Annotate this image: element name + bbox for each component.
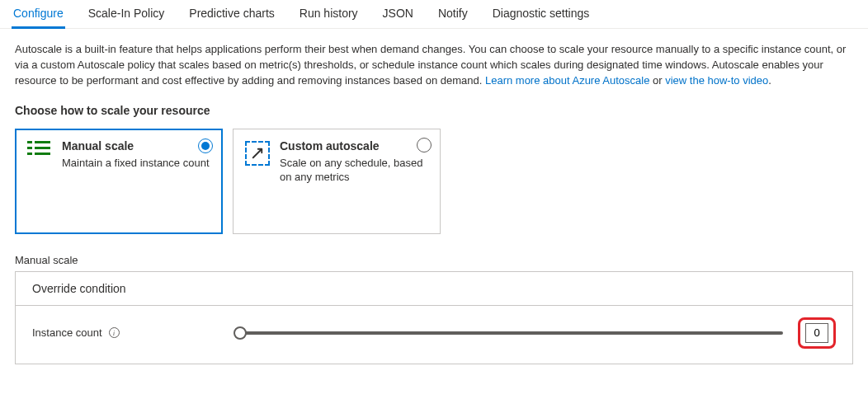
- tab-predictive-charts[interactable]: Predictive charts: [187, 0, 276, 29]
- radio-manual-scale[interactable]: [198, 138, 213, 153]
- option-custom-sub: Scale on any schedule, based on any metr…: [280, 156, 428, 185]
- instance-count-slider[interactable]: [240, 331, 783, 335]
- tab-run-history[interactable]: Run history: [298, 0, 360, 29]
- option-manual-title: Manual scale: [62, 139, 210, 153]
- description-text: Autoscale is a built-in feature that hel…: [15, 42, 853, 89]
- tab-bar: Configure Scale-In Policy Predictive cha…: [0, 0, 868, 29]
- manual-scale-panel: Override condition Instance count i: [15, 271, 853, 364]
- option-custom-autoscale[interactable]: Custom autoscale Scale on any schedule, …: [233, 129, 441, 234]
- description-sep: or: [653, 74, 665, 87]
- manual-scale-icon: [27, 141, 52, 166]
- info-icon[interactable]: i: [109, 327, 120, 338]
- radio-custom-autoscale[interactable]: [417, 138, 432, 153]
- option-manual-scale[interactable]: Manual scale Maintain a fixed instance c…: [15, 129, 223, 234]
- tab-scale-in-policy[interactable]: Scale-In Policy: [87, 0, 167, 29]
- panel-header: Override condition: [16, 272, 852, 305]
- slider-thumb[interactable]: [234, 326, 247, 340]
- section-title: Choose how to scale your resource: [15, 104, 853, 117]
- tab-diagnostic-settings[interactable]: Diagnostic settings: [491, 0, 592, 29]
- option-manual-sub: Maintain a fixed instance count: [62, 156, 210, 171]
- instance-count-input[interactable]: [805, 323, 828, 343]
- how-to-video-link[interactable]: view the how-to video: [665, 74, 768, 87]
- learn-more-link[interactable]: Learn more about Azure Autoscale: [485, 74, 649, 87]
- scale-options: Manual scale Maintain a fixed instance c…: [15, 129, 853, 234]
- instance-count-label: Instance count: [32, 326, 102, 339]
- option-custom-title: Custom autoscale: [280, 139, 428, 153]
- group-label: Manual scale: [15, 254, 853, 266]
- tab-json[interactable]: JSON: [381, 0, 415, 29]
- tab-notify[interactable]: Notify: [436, 0, 469, 29]
- instance-count-highlight: [798, 317, 836, 349]
- description-tail: .: [768, 74, 771, 87]
- custom-autoscale-icon: [245, 141, 270, 166]
- tab-configure[interactable]: Configure: [12, 0, 65, 29]
